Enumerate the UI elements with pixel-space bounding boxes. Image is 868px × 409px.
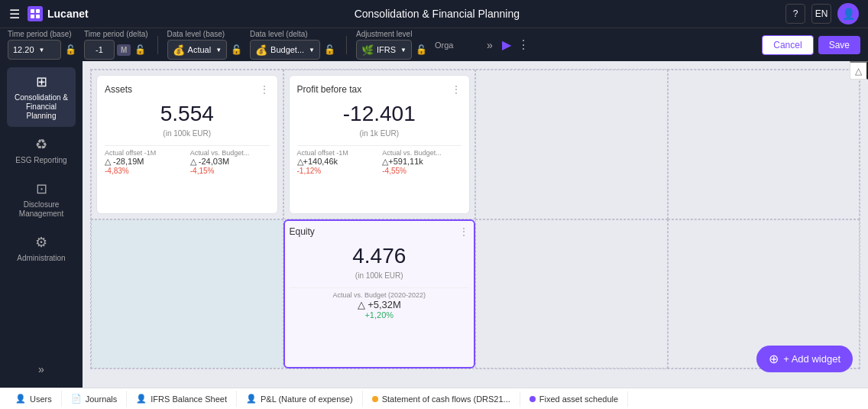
- sidebar-expand-btn[interactable]: »: [38, 363, 44, 375]
- adjustment-level-group: Adjustment level 🌿 IFRS ▼ 🔓: [356, 30, 429, 60]
- tab-statement[interactable]: Statement of cash flows (DRS21...: [363, 391, 520, 407]
- cancel-button[interactable]: Cancel: [762, 35, 813, 55]
- app-title: Lucanet: [47, 8, 89, 20]
- content-area: △ Assets ⋮ 5.554 (in 100k EUR) Actual of…: [83, 61, 868, 388]
- adjustment-level-select[interactable]: 🌿 IFRS ▼: [356, 40, 412, 60]
- equity-menu-btn[interactable]: ⋮: [458, 226, 469, 238]
- time-period-delta-group: Time period (delta) M 🔓: [84, 30, 148, 60]
- sidebar-item-disclosure-label: Disclosure Management: [11, 200, 71, 219]
- main-container: ⊞ Consolidation & Financial Planning ♻ E…: [0, 61, 868, 388]
- profit-stat1: Actual offset -1M △+140,46k -1,12%: [297, 149, 377, 175]
- data-level-base-select[interactable]: 💰 Actual ▼: [167, 40, 228, 60]
- assets-stat2-delta: △ -24,03M: [190, 157, 270, 167]
- tab-ifrs[interactable]: 👤 IFRS Balance Sheet: [127, 391, 237, 407]
- nav-right: ? EN 👤: [785, 3, 859, 24]
- equity-stat-delta: △ +5,32M: [290, 299, 470, 310]
- add-widget-btn[interactable]: ⊕ + Add widget: [756, 346, 853, 372]
- help-button[interactable]: ?: [785, 4, 805, 24]
- profit-stat2-label: Actual vs. Budget...: [382, 149, 462, 157]
- toolbar-more-btn[interactable]: ⋮: [517, 37, 530, 52]
- assets-title: Assets: [105, 84, 132, 95]
- profit-widget-header: Profit before tax ⋮: [297, 83, 462, 96]
- svg-rect-2: [31, 15, 34, 18]
- toolbar-actions: Cancel Save: [762, 35, 860, 55]
- profit-stat2: Actual vs. Budget... △+591,11k -4,55%: [382, 149, 462, 175]
- adjustment-level-lock[interactable]: 🔓: [414, 43, 429, 57]
- time-period-delta-label: Time period (delta): [84, 30, 148, 38]
- widget-cell-bottom-1: [91, 219, 283, 369]
- time-period-delta-input[interactable]: [84, 40, 115, 60]
- assets-menu-btn[interactable]: ⋮: [259, 83, 270, 96]
- tab-journals[interactable]: 📄 Journals: [62, 391, 128, 407]
- bottom-tabs: 👤 Users 📄 Journals 👤 IFRS Balance Sheet …: [0, 388, 868, 409]
- profit-stat2-delta: △+591,11k: [382, 157, 462, 167]
- svg-rect-3: [36, 15, 40, 18]
- tab-users-icon: 👤: [15, 394, 26, 404]
- org-area: Orga: [435, 41, 481, 50]
- tab-pl[interactable]: 👤 P&L (Nature of expense): [237, 391, 363, 407]
- widget-cell-empty-1: [475, 70, 668, 219]
- profit-stats: Actual offset -1M △+140,46k -1,12% Actua…: [297, 149, 462, 175]
- esg-icon: ♻: [35, 136, 47, 153]
- time-period-delta-lock[interactable]: 🔓: [133, 43, 147, 57]
- disclosure-icon: ⊡: [36, 180, 47, 197]
- collapse-panel-btn[interactable]: △: [850, 61, 868, 80]
- assets-value: 5.554: [105, 102, 270, 126]
- toolbar-expand-btn[interactable]: »: [487, 39, 493, 51]
- svg-rect-0: [31, 9, 34, 13]
- time-period-base-select[interactable]: 12.20 ▼: [8, 40, 61, 60]
- data-level-delta-lock[interactable]: 🔓: [322, 43, 337, 57]
- equity-value: 4.476: [290, 244, 470, 268]
- add-widget-label: + Add widget: [783, 353, 840, 365]
- sidebar-item-administration[interactable]: ⚙ Administration: [7, 228, 76, 269]
- go-icon: ▶: [502, 37, 511, 52]
- assets-widget: Assets ⋮ 5.554 (in 100k EUR) Actual offs…: [96, 75, 278, 214]
- widget-cell-assets: Assets ⋮ 5.554 (in 100k EUR) Actual offs…: [91, 70, 283, 219]
- tab-users-label: Users: [30, 394, 52, 404]
- sidebar-item-esg-label: ESG Reporting: [15, 156, 66, 165]
- tab-fixed[interactable]: Fixed asset schedule: [520, 391, 628, 407]
- page-title: Consolidation & Financial Planning: [89, 8, 785, 20]
- sidebar-item-administration-label: Administration: [17, 254, 65, 263]
- equity-stat: Actual vs. Budget (2020-2022) △ +5,32M +…: [290, 291, 470, 320]
- profit-menu-btn[interactable]: ⋮: [451, 83, 462, 96]
- data-level-delta-group: Data level (delta) 💰 Budget... ▼ 🔓: [250, 30, 337, 60]
- assets-stat1-label: Actual offset -1M: [105, 149, 184, 157]
- data-level-delta-select[interactable]: 💰 Budget... ▼: [250, 40, 320, 60]
- tab-fixed-label: Fixed asset schedule: [539, 394, 618, 404]
- time-period-base-lock[interactable]: 🔓: [63, 43, 78, 57]
- equity-widget-header: Equity ⋮: [290, 226, 470, 238]
- save-button[interactable]: Save: [818, 36, 860, 54]
- assets-stat2: Actual vs. Budget... △ -24,03M -4,15%: [190, 149, 270, 175]
- data-level-base-lock[interactable]: 🔓: [229, 43, 244, 57]
- administration-icon: ⚙: [35, 234, 47, 251]
- top-nav: ☰ Lucanet Consolidation & Financial Plan…: [0, 0, 868, 28]
- user-avatar[interactable]: 👤: [837, 3, 859, 24]
- assets-stat2-label: Actual vs. Budget...: [190, 149, 270, 157]
- widget-cell-profit: Profit before tax ⋮ -12.401 (in 1k EUR) …: [283, 70, 476, 219]
- sidebar-item-consolidation[interactable]: ⊞ Consolidation & Financial Planning: [7, 67, 76, 127]
- assets-unit: (in 100k EUR): [105, 129, 270, 138]
- data-level-base-group: Data level (base) 💰 Actual ▼ 🔓: [167, 30, 245, 60]
- profit-widget: Profit before tax ⋮ -12.401 (in 1k EUR) …: [289, 75, 471, 214]
- profit-stat2-pct: -4,55%: [382, 167, 462, 175]
- tab-fixed-dot: [530, 396, 536, 402]
- delta-unit-badge: M: [117, 44, 131, 56]
- hamburger-button[interactable]: ☰: [9, 7, 20, 21]
- assets-stat2-pct: -4,15%: [190, 167, 270, 175]
- widget-cell-empty-2: [668, 70, 860, 219]
- equity-widget: Equity ⋮ 4.476 (in 100k EUR) Actual vs. …: [290, 226, 470, 363]
- profit-stat1-pct: -1,12%: [297, 167, 377, 175]
- assets-divider: [105, 145, 270, 146]
- assets-stat1: Actual offset -1M △ -28,19M -4,83%: [105, 149, 184, 175]
- language-button[interactable]: EN: [811, 4, 831, 24]
- sidebar-item-esg[interactable]: ♻ ESG Reporting: [7, 130, 76, 171]
- time-period-base-label: Time period (base): [8, 30, 78, 38]
- toolbar: Time period (base) 12.20 ▼ 🔓 Time period…: [0, 28, 868, 61]
- logo-icon: [28, 6, 43, 21]
- tab-users[interactable]: 👤 Users: [6, 391, 62, 407]
- widget-cell-equity: Equity ⋮ 4.476 (in 100k EUR) Actual vs. …: [283, 219, 476, 369]
- tab-journals-icon: 📄: [71, 394, 82, 404]
- assets-stat1-delta: △ -28,19M: [105, 157, 184, 167]
- sidebar-item-disclosure[interactable]: ⊡ Disclosure Management: [7, 174, 76, 225]
